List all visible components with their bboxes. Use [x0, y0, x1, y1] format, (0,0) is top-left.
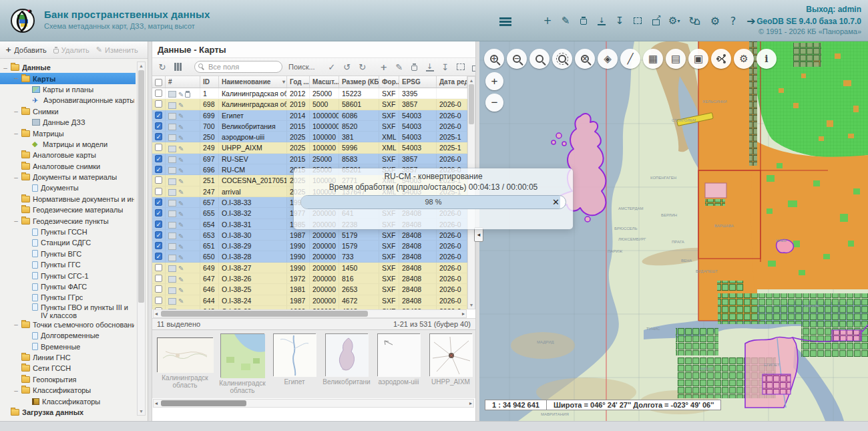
edit-row-icon[interactable]: ✎: [178, 243, 184, 251]
tree-item[interactable]: Пункты ГГрс: [0, 292, 136, 303]
row-checkbox-cell[interactable]: ✓: [152, 110, 166, 120]
table-row[interactable]: ✎698Калининградская обла...2019500058601…: [152, 99, 467, 110]
select-area-icon[interactable]: [456, 63, 465, 70]
tree-item[interactable]: Пункты ГГС: [0, 259, 136, 270]
measure-button[interactable]: ╱: [620, 49, 640, 69]
settings-button[interactable]: ⚙: [734, 49, 754, 69]
tree-item[interactable]: Станции СДГС: [0, 237, 136, 248]
search-input[interactable]: [194, 61, 282, 73]
column-header[interactable]: EPSG: [399, 76, 437, 88]
row-checkbox[interactable]: ✓: [155, 253, 162, 260]
edit-row-icon[interactable]: ✎: [178, 210, 184, 218]
tree-item[interactable]: Пункты ГССН: [0, 227, 136, 237]
table-row[interactable]: ✓✎250аэродром-uiii2025100000381XML540032…: [152, 132, 467, 142]
row-checkbox[interactable]: [155, 176, 162, 184]
row-checkbox-cell[interactable]: [152, 175, 166, 185]
tree-item[interactable]: ‒Точки съемочного обоснования: [0, 319, 136, 330]
edit-row-icon[interactable]: ✎: [178, 221, 184, 229]
thumbnail-icon[interactable]: [168, 102, 176, 109]
thumbnail-icon[interactable]: [168, 243, 176, 250]
table-row[interactable]: ✓✎697RU-SEV2015250008583SXF38572026-0: [152, 154, 467, 164]
thumbnail-icon[interactable]: [168, 276, 176, 283]
tree-item[interactable]: ‒Геодезические пункты: [0, 215, 136, 226]
tree-item[interactable]: Загрузка данных: [0, 407, 136, 418]
row-checkbox[interactable]: [155, 264, 162, 271]
row-checkbox[interactable]: [155, 188, 162, 195]
edit-row-icon[interactable]: ✎: [178, 276, 184, 283]
thumbnail-icon[interactable]: [168, 91, 176, 98]
search-button[interactable]: Поиск...: [288, 63, 315, 71]
tree-item[interactable]: Аналоговые карты: [0, 150, 136, 160]
close-icon[interactable]: ✕: [552, 197, 560, 207]
row-checkbox[interactable]: ✓: [155, 209, 162, 217]
tree-item[interactable]: Линии ГНС: [0, 352, 136, 363]
download-icon[interactable]: ↓: [425, 63, 435, 71]
edit-row-icon[interactable]: ✎: [178, 178, 184, 185]
tree-item[interactable]: Карты и планы: [0, 84, 136, 95]
edit-record-icon[interactable]: ✎: [395, 62, 404, 72]
row-checkbox-cell[interactable]: ✓: [152, 154, 166, 164]
edit-row-icon[interactable]: ✎: [178, 233, 184, 240]
row-checkbox[interactable]: [155, 275, 162, 282]
zoom-in-area-button[interactable]: +: [484, 49, 504, 69]
delete-icon[interactable]: [578, 15, 589, 26]
edit-row-icon[interactable]: ✎: [178, 145, 184, 152]
refresh-icon[interactable]: ↻: [158, 62, 167, 72]
thumbnail-scrollbar[interactable]: ◂ ▸: [153, 399, 474, 408]
grid-button[interactable]: ▦: [643, 49, 663, 69]
edit-icon[interactable]: ✎: [560, 15, 571, 26]
zoom-out-button[interactable]: −: [485, 94, 503, 112]
column-header[interactable]: Размер (КБ): [339, 76, 379, 88]
row-checkbox[interactable]: [155, 100, 162, 108]
tree-toggle-icon[interactable]: ‒: [13, 174, 19, 181]
collapse-panel-button[interactable]: ◂: [474, 227, 483, 242]
columns-icon[interactable]: [173, 63, 182, 71]
thumbnail-image[interactable]: [157, 337, 213, 372]
tree-item[interactable]: Долговременные: [0, 330, 136, 341]
table-row[interactable]: ✎647O.I-38-261972200000816SXF284082026-0: [152, 273, 467, 284]
edit-row-icon[interactable]: ✎: [178, 200, 184, 207]
menu-icon[interactable]: [499, 16, 511, 27]
zoom-reset-button[interactable]: ×: [575, 49, 595, 69]
frame-button[interactable]: ▣: [688, 49, 708, 69]
thumbnail-card[interactable]: Калининградск область: [218, 333, 267, 398]
actions-icon[interactable]: ⚙▾: [668, 15, 680, 26]
tree-item[interactable]: ✈Аэронавигационные карты: [0, 95, 136, 106]
thumbnail-icon[interactable]: [168, 287, 176, 294]
row-checkbox-cell[interactable]: [152, 284, 166, 294]
thumbnail-icon[interactable]: [168, 255, 176, 261]
row-checkbox[interactable]: [155, 144, 162, 151]
search-button[interactable]: [529, 49, 550, 69]
tree-toggle-icon[interactable]: ‒: [13, 321, 19, 328]
edit-row-icon[interactable]: ✎: [178, 124, 184, 131]
layers-button[interactable]: ◈: [598, 49, 618, 69]
tree-toggle-icon[interactable]: ‒: [13, 130, 19, 137]
row-checkbox[interactable]: ✓: [155, 221, 162, 228]
undo-icon[interactable]: ↺: [343, 62, 352, 72]
row-checkbox-cell[interactable]: [152, 88, 166, 98]
column-header[interactable]: ID: [200, 76, 219, 88]
delete-button[interactable]: Удалить: [53, 46, 89, 54]
info-button[interactable]: i: [756, 49, 777, 69]
logout-icon[interactable]: ➔: [746, 15, 756, 26]
thumbnail-icon[interactable]: [168, 210, 176, 217]
thumbnail-card[interactable]: UHPP_AIXM: [426, 333, 475, 398]
tree-item[interactable]: Классификаторы: [0, 396, 136, 406]
tree-item[interactable]: Сети ГССН: [0, 363, 136, 374]
tree-item[interactable]: ‒Данные: [0, 62, 136, 73]
select-all-checkbox[interactable]: [155, 79, 162, 86]
download-icon[interactable]: ↓: [596, 15, 607, 26]
edit-row-icon[interactable]: ✎: [178, 254, 184, 261]
edit-row-icon[interactable]: ✎: [178, 297, 184, 305]
sidebar-scrollbar[interactable]: ▲ ▼: [137, 61, 146, 416]
column-header[interactable]: Год ...: [287, 76, 310, 88]
row-checkbox[interactable]: ✓: [155, 112, 162, 119]
thumbnail-icon[interactable]: [168, 134, 176, 141]
tree-item[interactable]: Пункты ВГС: [0, 249, 136, 259]
print-button[interactable]: ▤: [666, 49, 686, 69]
row-checkbox-cell[interactable]: ✓: [152, 208, 166, 218]
delete-record-icon[interactable]: [410, 63, 419, 71]
table-row[interactable]: ✓✎700Великобритания201510000008520SXF540…: [152, 121, 467, 132]
edit-row-icon[interactable]: ✎: [178, 265, 184, 272]
add-button[interactable]: +Добавить: [5, 45, 47, 54]
